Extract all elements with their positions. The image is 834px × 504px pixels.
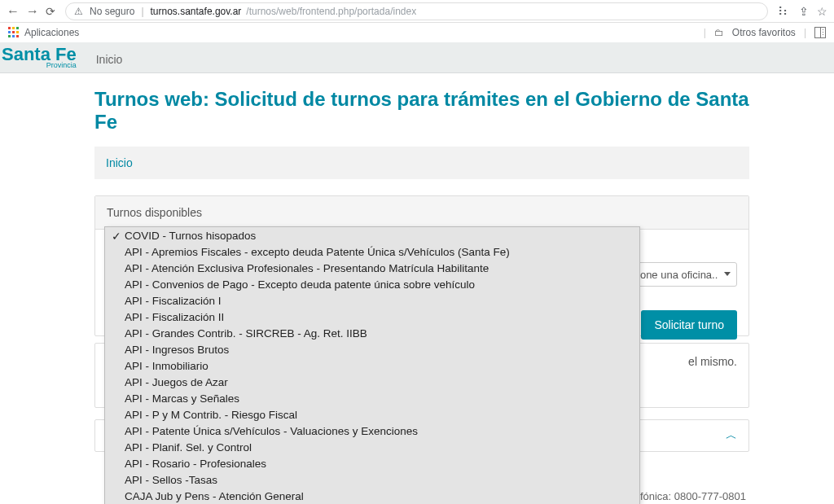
breadcrumb-home[interactable]: Inicio — [106, 156, 133, 169]
breadcrumb: Inicio — [94, 147, 749, 179]
dropdown-option[interactable]: COVID - Turnos hisopados — [105, 227, 639, 243]
dropdown-option[interactable]: CAJA Jub y Pens - Atención General — [105, 488, 639, 504]
dropdown-option[interactable]: API - Rosario - Profesionales — [105, 455, 639, 471]
site-header: Santa Fe Provincia Inicio — [0, 42, 834, 73]
page-title: Turnos web: Solicitud de turnos para trá… — [94, 88, 749, 134]
dropdown-option[interactable]: API - Patente Única s/Vehículos - Valuac… — [105, 423, 639, 439]
browser-toolbar: ← → ⟳ ⚠ No seguro | turnos.santafe.gov.a… — [0, 0, 834, 23]
tramite-dropdown-list[interactable]: COVID - Turnos hisopadosAPI - Apremios F… — [104, 226, 640, 504]
site-logo[interactable]: Santa Fe Provincia — [2, 46, 77, 71]
apps-icon[interactable] — [8, 27, 20, 38]
dropdown-option[interactable]: API - Juegos de Azar — [105, 374, 639, 390]
chevron-up-icon[interactable]: ︿ — [726, 428, 737, 443]
dropdown-option[interactable]: API - P y M Contrib. - Riesgo Fiscal — [105, 406, 639, 423]
folder-icon: 🗀 — [714, 27, 724, 38]
dropdown-option[interactable]: API - Sellos -Tasas — [105, 471, 639, 488]
dropdown-option[interactable]: API - Ingresos Brutos — [105, 341, 639, 357]
star-icon[interactable]: ☆ — [817, 5, 827, 18]
other-bookmarks[interactable]: Otros favoritos — [732, 27, 796, 38]
url-host: turnos.santafe.gov.ar — [151, 6, 242, 17]
translate-icon[interactable]: ⠸⠆ — [775, 5, 791, 18]
dropdown-option[interactable]: API - Marcas y Señales — [105, 390, 639, 406]
dropdown-option[interactable]: API - Atención Exclusiva Profesionales -… — [105, 260, 639, 276]
bookmark-divider: | — [704, 27, 706, 38]
panel-header: Turnos disponibles — [95, 196, 748, 230]
apps-label[interactable]: Aplicaciones — [24, 27, 79, 38]
dropdown-option[interactable]: API - Inmobiliario — [105, 357, 639, 374]
url-path: /turnos/web/frontend.php/portada/index — [246, 6, 416, 17]
back-button[interactable]: ← — [7, 4, 20, 19]
dropdown-option[interactable]: API - Fiscalización II — [105, 309, 639, 325]
insecure-icon: ⚠ — [74, 6, 83, 17]
dropdown-option[interactable]: API - Grandes Contrib. - SIRCREB - Ag. R… — [105, 325, 639, 341]
bookmarks-bar: Aplicaciones | 🗀 Otros favoritos | — [0, 23, 834, 42]
url-separator: | — [141, 6, 143, 17]
dropdown-option[interactable]: API - Fiscalización I — [105, 292, 639, 309]
share-icon[interactable]: ⇪ — [799, 5, 809, 18]
solicitar-turno-button[interactable]: Solicitar turno — [641, 310, 737, 340]
dropdown-option[interactable]: API - Planif. Sel. y Control — [105, 439, 639, 455]
dropdown-option[interactable]: API - Convenios de Pago - Excepto deuda … — [105, 276, 639, 292]
bookmark-divider-2: | — [804, 27, 806, 38]
dropdown-option[interactable]: API - Apremios Fiscales - excepto deuda … — [105, 243, 639, 260]
reload-button[interactable]: ⟳ — [46, 5, 55, 18]
nav-home[interactable]: Inicio — [96, 53, 123, 71]
forward-button[interactable]: → — [26, 4, 39, 19]
address-bar[interactable]: ⚠ No seguro | turnos.santafe.gov.ar/turn… — [65, 2, 768, 20]
security-label: No seguro — [90, 6, 134, 17]
reading-list-icon[interactable] — [814, 27, 826, 38]
